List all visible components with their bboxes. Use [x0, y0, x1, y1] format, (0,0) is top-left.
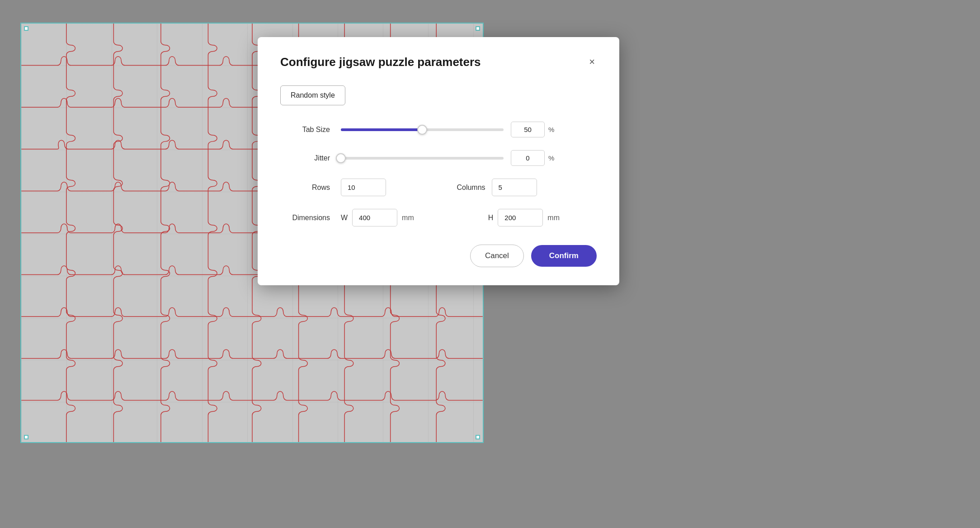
tab-size-slider-fill	[341, 128, 422, 131]
jitter-slider-container: %	[341, 150, 597, 166]
jitter-input[interactable]	[511, 150, 545, 166]
rows-cols-row: Rows Columns	[280, 179, 597, 196]
w-unit: mm	[402, 214, 414, 222]
width-input[interactable]	[352, 209, 397, 226]
jitter-unit: %	[548, 154, 554, 162]
tab-size-unit: %	[548, 126, 554, 133]
jitter-slider-thumb[interactable]	[336, 153, 346, 163]
modal-header: Configure jigsaw puzzle parameters ×	[280, 55, 597, 69]
jitter-slider-track[interactable]	[341, 157, 504, 160]
modal-title: Configure jigsaw puzzle parameters	[280, 55, 481, 69]
random-style-button[interactable]: Random style	[280, 85, 345, 105]
dimensions-label: Dimensions	[280, 214, 330, 222]
modal-footer: Cancel Confirm	[280, 245, 597, 267]
modal-dialog: Configure jigsaw puzzle parameters × Ran…	[258, 37, 619, 285]
jitter-row: Jitter %	[280, 150, 597, 166]
height-input[interactable]	[498, 209, 543, 226]
rows-label: Rows	[280, 184, 330, 192]
tab-size-slider-thumb[interactable]	[417, 125, 427, 135]
dimensions-row: Dimensions W mm H mm	[280, 209, 597, 226]
close-button[interactable]: ×	[587, 55, 597, 69]
cancel-button[interactable]: Cancel	[470, 245, 524, 267]
rows-input[interactable]	[341, 179, 386, 196]
jitter-label: Jitter	[280, 154, 330, 162]
h-unit: mm	[547, 214, 560, 222]
columns-label: Columns	[457, 184, 485, 192]
tab-size-row: Tab Size %	[280, 122, 597, 137]
tab-size-slider-container: %	[341, 122, 597, 137]
tab-size-slider-track[interactable]	[341, 128, 504, 131]
tab-size-input[interactable]	[511, 122, 545, 137]
tab-size-label: Tab Size	[280, 126, 330, 134]
w-label: W	[341, 214, 348, 222]
h-label: H	[488, 214, 494, 222]
columns-input[interactable]	[492, 179, 537, 196]
confirm-button[interactable]: Confirm	[531, 245, 597, 267]
